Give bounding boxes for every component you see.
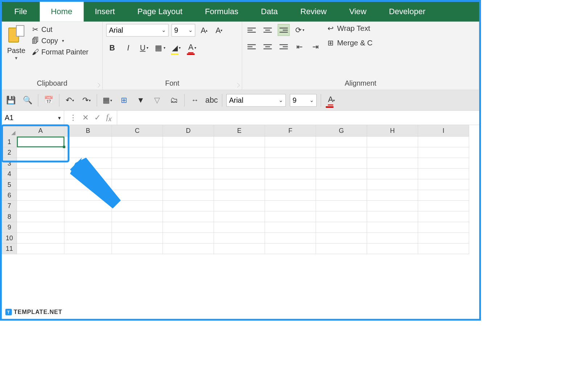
- decrease-font-icon[interactable]: A▾: [213, 24, 225, 36]
- cell[interactable]: [163, 158, 214, 168]
- cell[interactable]: [418, 201, 469, 211]
- cell[interactable]: [214, 222, 265, 232]
- tab-home[interactable]: Home: [40, 2, 83, 22]
- cell[interactable]: [112, 147, 163, 158]
- column-header-f[interactable]: F: [265, 125, 316, 136]
- align-left-button[interactable]: [246, 41, 258, 53]
- qat-font-size-select[interactable]: 9⌄: [290, 94, 317, 106]
- select-all-corner[interactable]: [2, 125, 17, 136]
- cell[interactable]: [112, 222, 163, 232]
- align-right-button[interactable]: [278, 41, 290, 53]
- cell[interactable]: [265, 190, 316, 200]
- cell[interactable]: [17, 147, 64, 158]
- cell[interactable]: [17, 168, 64, 179]
- align-center-button[interactable]: [262, 41, 274, 53]
- cell[interactable]: [265, 222, 316, 232]
- cell[interactable]: [367, 243, 418, 254]
- column-header-g[interactable]: G: [316, 125, 367, 136]
- font-color-button[interactable]: A▾: [186, 42, 198, 54]
- qat-font-select[interactable]: Arial⌄: [226, 94, 286, 106]
- cell[interactable]: [418, 158, 469, 168]
- tool1-button[interactable]: ▦▾: [101, 94, 114, 106]
- cell[interactable]: [163, 168, 214, 179]
- tab-review[interactable]: Review: [289, 2, 338, 22]
- cell[interactable]: [112, 168, 163, 179]
- row-header[interactable]: 9: [2, 222, 17, 232]
- paste-button[interactable]: Paste ▼: [5, 24, 27, 60]
- table-button[interactable]: ⊞: [118, 94, 130, 106]
- row-header[interactable]: 4: [2, 168, 17, 179]
- tab-file[interactable]: File: [2, 2, 40, 22]
- dots-icon[interactable]: ⋮: [69, 113, 77, 122]
- cell[interactable]: [163, 136, 214, 147]
- cell[interactable]: [163, 243, 214, 254]
- cell[interactable]: [112, 201, 163, 211]
- align-middle-button[interactable]: [262, 24, 274, 36]
- cell[interactable]: [214, 179, 265, 190]
- cell[interactable]: [214, 158, 265, 168]
- cell[interactable]: [163, 233, 214, 243]
- copy-button[interactable]: 🗐Copy▾: [30, 35, 90, 46]
- cell[interactable]: [265, 168, 316, 179]
- cell[interactable]: [316, 168, 367, 179]
- cell[interactable]: [112, 243, 163, 254]
- cell[interactable]: [265, 147, 316, 158]
- cell[interactable]: [112, 190, 163, 200]
- cell[interactable]: [17, 233, 64, 243]
- cell[interactable]: [316, 243, 367, 254]
- cell[interactable]: [163, 201, 214, 211]
- cell[interactable]: [316, 190, 367, 200]
- column-header-h[interactable]: H: [367, 125, 418, 136]
- underline-button[interactable]: U▾: [138, 42, 150, 54]
- tab-view[interactable]: View: [338, 2, 378, 22]
- cell[interactable]: [163, 211, 214, 222]
- cell[interactable]: [418, 179, 469, 190]
- cell[interactable]: [418, 222, 469, 232]
- cell[interactable]: [17, 158, 64, 168]
- column-header-i[interactable]: I: [418, 125, 469, 136]
- cell[interactable]: [214, 211, 265, 222]
- cell[interactable]: [367, 179, 418, 190]
- column-header-e[interactable]: E: [214, 125, 265, 136]
- cell[interactable]: [214, 147, 265, 158]
- accept-formula-button[interactable]: ✓: [94, 113, 101, 122]
- merge-button[interactable]: ⊞Merge & C: [327, 38, 373, 47]
- cell[interactable]: [418, 233, 469, 243]
- cell[interactable]: [64, 136, 112, 147]
- cell[interactable]: [17, 222, 64, 232]
- cell[interactable]: [214, 168, 265, 179]
- cell[interactable]: [64, 158, 112, 168]
- row-header[interactable]: 11: [2, 243, 17, 254]
- font-name-select[interactable]: Arial⌄: [106, 24, 169, 36]
- save-button[interactable]: 💾: [5, 94, 17, 106]
- fx-icon[interactable]: fx: [106, 113, 112, 123]
- cell[interactable]: [17, 243, 64, 254]
- cell[interactable]: [64, 179, 112, 190]
- cell[interactable]: [163, 190, 214, 200]
- cell[interactable]: [316, 201, 367, 211]
- row-header[interactable]: 6: [2, 190, 17, 200]
- cell[interactable]: [265, 243, 316, 254]
- cell[interactable]: [163, 179, 214, 190]
- cell[interactable]: [112, 211, 163, 222]
- formula-input[interactable]: [117, 111, 479, 124]
- chevron-down-icon[interactable]: ▼: [14, 56, 18, 60]
- cell[interactable]: [17, 211, 64, 222]
- calendar-button[interactable]: 📅: [42, 94, 55, 106]
- cell[interactable]: [367, 233, 418, 243]
- cell[interactable]: [316, 211, 367, 222]
- tab-insert[interactable]: Insert: [83, 2, 126, 22]
- name-box[interactable]: A1▾: [2, 111, 64, 124]
- italic-button[interactable]: I: [122, 42, 134, 54]
- row-header[interactable]: 3: [2, 158, 17, 168]
- cell[interactable]: [367, 147, 418, 158]
- cell[interactable]: [367, 211, 418, 222]
- row-header[interactable]: 7: [2, 201, 17, 211]
- cell[interactable]: [316, 222, 367, 232]
- cell[interactable]: [112, 179, 163, 190]
- cell[interactable]: [418, 211, 469, 222]
- column-header-d[interactable]: D: [163, 125, 214, 136]
- cell[interactable]: [112, 158, 163, 168]
- tab-formulas[interactable]: Formulas: [194, 2, 250, 22]
- cell[interactable]: [316, 147, 367, 158]
